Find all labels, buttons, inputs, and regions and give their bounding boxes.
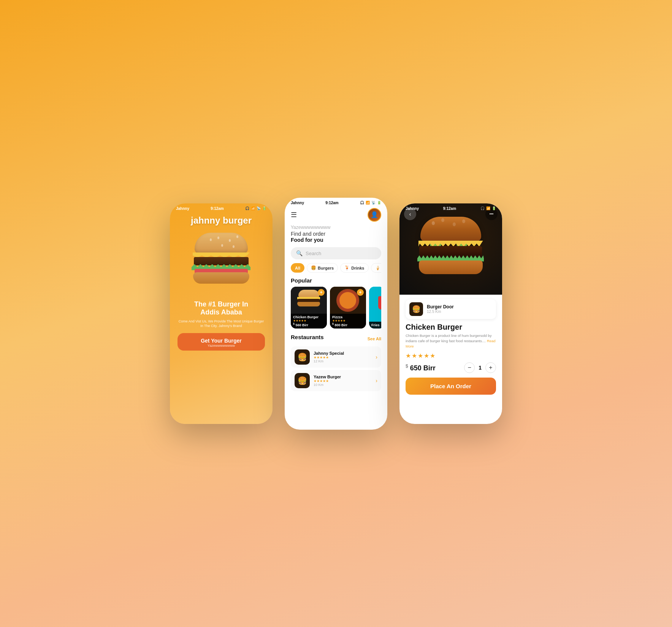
category-row: All 🍔 Burgers 🍹 Drinks 🍦 Ice C xyxy=(291,263,381,273)
item-description: Chicken Burger is a product line of hum … xyxy=(406,333,496,349)
rest-stars-2: ★★★★★ xyxy=(314,379,372,383)
greeting-text: Yazewwwwwwwww xyxy=(291,225,381,230)
category-burgers[interactable]: 🍔 Burgers xyxy=(307,263,338,273)
tagline: The #1 Burger In Addis Ababa xyxy=(194,300,248,317)
card-bg-3 xyxy=(369,287,381,313)
rest-info-1: Jahnny Special ★★★★★ 12 Km xyxy=(314,351,372,363)
add-badge-2[interactable]: + xyxy=(357,289,364,296)
search-icon: 🔍 xyxy=(296,250,303,256)
headphones-icon: 🎧 xyxy=(245,206,249,210)
signal-icon: 📡 xyxy=(257,206,261,210)
card-stars-2: ★★★★★ xyxy=(332,319,364,322)
wifi-icon3: 📶 xyxy=(486,206,490,210)
card-name-2: Pizzza xyxy=(332,315,364,319)
price-display: $ 650 Birr xyxy=(406,364,436,372)
category-ice[interactable]: 🍦 Ice C xyxy=(371,263,382,273)
food-card-pizza[interactable]: + Pizzza ★★★★★ $ 800 Birr xyxy=(330,287,366,329)
card-stars-1: ★★★★★ xyxy=(293,319,325,322)
rest-img-2: 🍔 xyxy=(295,373,310,388)
menu-icon[interactable]: ☰ xyxy=(291,211,297,219)
card-info-1: Chicken Burger ★★★★★ $ 560 Birr xyxy=(291,314,327,329)
rating-stars: ★ ★ ★ ★ ★ xyxy=(406,352,496,359)
rest-arrow-1: › xyxy=(376,354,377,360)
status-bar-phone1: Jahnny 9:12am 🎧 📶 📡 🔋 xyxy=(170,203,273,212)
popular-row: + Chicken Burger ★★★★★ $ 560 Birr xyxy=(291,287,381,329)
phone1-body: jahnny burger The #1 Burger In Addis Aba… xyxy=(170,212,273,358)
restaurant-distance: 12.5 Km xyxy=(427,310,454,314)
rest-dist-1: 12 Km xyxy=(314,359,372,363)
add-badge-1[interactable]: + xyxy=(318,289,325,296)
qty-decrease-button[interactable]: − xyxy=(464,362,475,373)
time-phone1: 9:12am xyxy=(211,206,223,211)
card-bg-1: + xyxy=(291,287,327,313)
home-header: ☰ 👤 xyxy=(291,208,381,222)
restaurants-section-title: Restaurants xyxy=(291,334,324,340)
phone-home: Jahnny 9:12am 🎧 📶 📡 🔋 ☰ 👤 Yazewwwwwwwww … xyxy=(285,198,387,430)
card-info-2: Pizzza ★★★★★ $ 800 Birr xyxy=(330,314,366,329)
rest-name-1: Jahnny Special xyxy=(314,351,372,356)
place-order-button[interactable]: Place An Order xyxy=(406,378,496,395)
detail-content: 🍔 Burger Door 12.5 Km Chicken Burger Chi… xyxy=(399,295,502,401)
patty-layer xyxy=(194,257,249,265)
card-price-1: $ 560 Birr xyxy=(293,322,325,327)
restaurant-item-1[interactable]: 🍔 Jahnny Special ★★★★★ 12 Km › xyxy=(291,346,381,368)
rest-arrow-2: › xyxy=(376,378,377,384)
drinks-emoji: 🍹 xyxy=(344,265,350,270)
category-drinks[interactable]: 🍹 Drinks xyxy=(340,263,368,273)
category-drinks-label: Drinks xyxy=(351,266,364,270)
ice-emoji: 🍦 xyxy=(375,265,380,270)
bb-patty xyxy=(419,246,482,257)
mini-fries-img xyxy=(377,289,381,310)
headphones-icon3: 🎧 xyxy=(480,206,485,210)
battery-icon3: 🔋 xyxy=(492,206,496,210)
card-price-2: $ 800 Birr xyxy=(332,322,364,327)
time-phone3: 9:12am xyxy=(443,206,456,211)
bb-bun-bot xyxy=(419,260,483,274)
avatar[interactable]: 👤 xyxy=(368,208,381,222)
food-card-fries[interactable]: Fries xyxy=(369,287,381,329)
restaurant-thumbnail: 🍔 xyxy=(409,302,423,316)
restaurant-name: Burger Door xyxy=(427,304,454,310)
see-all-link[interactable]: See All xyxy=(368,337,381,341)
bun-bottom xyxy=(193,272,249,284)
bb-bun-top xyxy=(420,217,481,241)
big-burger xyxy=(415,217,487,281)
signal-icon2: 📡 xyxy=(371,201,376,205)
price-value: 650 Birr xyxy=(410,364,436,372)
category-all[interactable]: All xyxy=(291,263,304,273)
carrier-phone3: Jahnny xyxy=(406,206,419,211)
restaurant-details: Burger Door 12.5 Km xyxy=(427,304,454,314)
cta-label: Get Your Burger xyxy=(184,338,259,344)
headline: Find and order Food for you xyxy=(291,231,381,244)
currency-symbol: $ xyxy=(406,364,408,369)
status-icons-phone1: 🎧 📶 📡 🔋 xyxy=(245,206,266,210)
restaurants-header: Restaurants See All xyxy=(291,334,381,343)
bun-top xyxy=(195,233,248,254)
card-name-3: Fries xyxy=(371,323,381,327)
price-qty-row: $ 650 Birr − 1 + xyxy=(406,362,496,373)
phone-splash: Jahnny 9:12am 🎧 📶 📡 🔋 jahnny burger The … xyxy=(170,203,273,424)
search-bar[interactable]: 🔍 Search xyxy=(291,247,381,259)
star-2: ★ xyxy=(412,352,417,359)
carrier-phone1: Jahnny xyxy=(176,206,189,211)
item-name: Chicken Burger xyxy=(406,323,496,332)
rest-info-2: Yazew Burger ★★★★★ 10 Km xyxy=(314,375,372,387)
phone-detail: Jahnny 9:12am 🎧 📶 🔋 ‹ xyxy=(399,203,502,424)
star-4: ★ xyxy=(424,352,429,359)
restaurant-item-2[interactable]: 🍔 Yazew Burger ★★★★★ 10 Km › xyxy=(291,370,381,391)
time-phone2: 9:12am xyxy=(325,201,338,205)
rest-dist-2: 10 Km xyxy=(314,383,372,387)
rest-stars-1: ★★★★★ xyxy=(314,356,372,359)
battery-icon: 🔋 xyxy=(262,206,266,210)
status-bar-phone2: Jahnny 9:12am 🎧 📶 📡 🔋 xyxy=(285,198,387,206)
food-card-chicken-burger[interactable]: + Chicken Burger ★★★★★ $ 560 Birr xyxy=(291,287,327,329)
wifi-icon2: 📶 xyxy=(366,201,370,205)
hero-image: ‹ ••• xyxy=(399,203,502,295)
star-1: ★ xyxy=(406,352,411,359)
card-bg-2: + xyxy=(330,287,366,313)
qty-increase-button[interactable]: + xyxy=(485,362,496,373)
app-title: jahnny burger xyxy=(191,215,252,226)
phone2-body: ☰ 👤 Yazewwwwwwwww Find and order Food fo… xyxy=(285,206,387,400)
status-bar-phone3: Jahnny 9:12am 🎧 📶 🔋 xyxy=(399,203,502,212)
get-burger-button[interactable]: Get Your Burger Yazewwwwwwww xyxy=(178,333,265,351)
